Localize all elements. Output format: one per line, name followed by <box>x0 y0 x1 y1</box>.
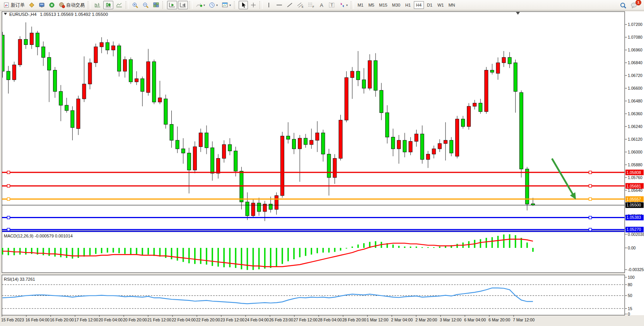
cursor-button[interactable] <box>239 1 248 9</box>
trendline-button[interactable] <box>285 1 294 9</box>
line-handle[interactable] <box>7 198 10 200</box>
macd-histogram-bar <box>264 248 266 269</box>
separator <box>126 1 129 9</box>
tab-m15[interactable]: M15 <box>377 1 389 9</box>
line-handle[interactable] <box>589 171 592 174</box>
rsi-axis-label: 0 <box>628 312 630 316</box>
line-handle[interactable] <box>589 228 592 231</box>
macd-histogram-bar <box>177 248 178 261</box>
macd-histogram-bar <box>130 248 132 254</box>
macd-histogram-bar <box>19 248 21 254</box>
macd-histogram-bar <box>509 234 511 248</box>
chart-shift-icon <box>179 2 186 8</box>
macd-histogram-bar <box>311 248 312 254</box>
line-handle[interactable] <box>589 184 592 187</box>
macd-histogram-bar <box>194 248 196 264</box>
chart-candles-button[interactable] <box>103 1 113 9</box>
tab-d1[interactable]: D1 <box>425 1 435 9</box>
macd-histogram-bar <box>276 248 277 266</box>
templates-button[interactable]: ▾ <box>220 1 232 9</box>
new-order-icon <box>3 2 10 8</box>
line-handle[interactable] <box>7 171 10 174</box>
svg-text:F: F <box>313 5 314 8</box>
arrows-button[interactable]: ▾ <box>338 1 349 9</box>
sounds-button[interactable] <box>47 1 56 9</box>
horizontal-line-button[interactable] <box>274 1 284 9</box>
chart-line-button[interactable] <box>114 1 124 9</box>
candle <box>18 39 22 65</box>
candle <box>164 99 167 125</box>
candle <box>380 90 383 113</box>
tab-m5[interactable]: M5 <box>366 1 376 9</box>
vertical-line-icon <box>266 2 271 8</box>
notifications-button[interactable]: 1 <box>629 1 639 10</box>
chart-shift-button[interactable] <box>178 1 188 9</box>
text-a-icon: A <box>319 2 324 8</box>
ohlc-values: 1.05513 1.05569 1.05492 1.05500 <box>40 12 108 17</box>
text-button[interactable]: A <box>317 1 326 9</box>
channel-button[interactable]: E <box>295 1 305 9</box>
zoom-out-button[interactable] <box>141 1 150 9</box>
macd-histogram-bar <box>217 248 219 266</box>
candle <box>479 103 482 112</box>
line-handle[interactable] <box>589 216 592 219</box>
line-handle[interactable] <box>7 184 10 187</box>
tab-m1[interactable]: M1 <box>355 1 366 9</box>
market-watch-button[interactable] <box>27 1 36 9</box>
time-label: 2 Mar 04:00 <box>391 317 413 322</box>
time-label: 16 Feb 20:00 <box>50 317 74 322</box>
macd-histogram-bar <box>293 248 295 259</box>
macd-histogram-bar <box>154 248 155 256</box>
macd-histogram-bar <box>124 248 126 254</box>
crosshair-button[interactable] <box>249 1 258 9</box>
candle <box>432 149 436 154</box>
time-label: 28 Feb 20:00 <box>342 317 366 322</box>
candle <box>333 159 337 178</box>
chevron-down-icon: ▾ <box>203 3 205 7</box>
candle <box>502 57 506 63</box>
search-button[interactable] <box>618 1 628 10</box>
candle <box>485 70 488 111</box>
toolbar: 新订单 自动交易 <box>0 0 644 10</box>
line-handle[interactable] <box>7 228 10 231</box>
chart-bars-button[interactable] <box>92 1 102 9</box>
line-handle[interactable] <box>7 216 10 219</box>
chart-svg: EURUSD-,H41.05513 1.05569 1.05492 1.0550… <box>0 10 644 326</box>
macd-histogram-bar <box>410 247 412 248</box>
autotrading-button[interactable]: 自动交易 <box>57 1 86 9</box>
macd-histogram-bar <box>404 247 406 248</box>
periods-button[interactable]: ▾ <box>207 1 219 9</box>
tab-m30[interactable]: M30 <box>390 1 402 9</box>
cursor-icon <box>241 2 246 8</box>
zoom-in-button[interactable] <box>130 1 140 9</box>
tile-windows-button[interactable] <box>151 1 161 9</box>
price-tag-label: 1.05557 <box>627 197 641 201</box>
fibonacci-button[interactable]: F <box>306 1 316 9</box>
candle <box>444 140 447 143</box>
time-label: 22 Feb 20:00 <box>196 317 220 322</box>
indicators-button[interactable]: ▾ <box>194 1 207 9</box>
candle <box>117 46 121 71</box>
macd-histogram-bar <box>171 248 173 259</box>
rsi-label: RSI(14) 33.7261 <box>4 277 35 282</box>
price-tick-label: 1.07200 <box>628 22 642 27</box>
macd-histogram-bar <box>357 244 359 248</box>
candle <box>48 57 51 70</box>
tab-h1[interactable]: H1 <box>403 1 413 9</box>
vertical-line-button[interactable] <box>264 1 273 9</box>
macd-histogram-bar <box>107 248 108 253</box>
macd-histogram-bar <box>480 239 481 248</box>
text-label-button[interactable]: T <box>327 1 337 9</box>
auto-scroll-button[interactable] <box>167 1 177 9</box>
new-order-button[interactable]: 新订单 <box>2 1 26 9</box>
price-tick-label: 1.06120 <box>628 137 642 142</box>
candle <box>246 202 249 216</box>
tab-w1[interactable]: W1 <box>436 1 446 9</box>
data-window-button[interactable] <box>37 1 46 9</box>
line-handle[interactable] <box>589 198 592 200</box>
time-label: 2 Mar 20:00 <box>415 317 437 322</box>
tab-h4[interactable]: H4 <box>414 1 424 9</box>
candle <box>345 78 348 120</box>
tab-mn[interactable]: MN <box>446 1 457 9</box>
macd-histogram-bar <box>416 247 417 248</box>
